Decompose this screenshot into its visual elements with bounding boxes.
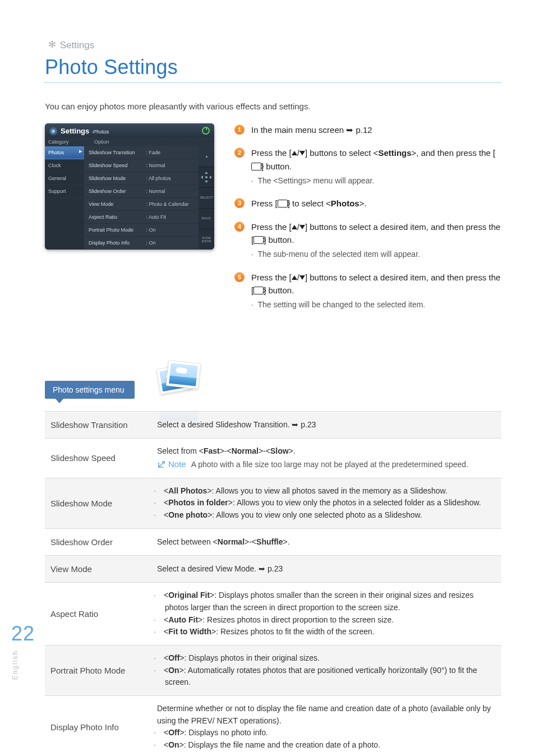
- settings-row: Slideshow TransitionSelect a desired Sli…: [45, 412, 501, 439]
- side-back-label: BACK: [202, 216, 211, 220]
- device-screenshot: Settings -Photos Category Option PhotosC…: [45, 123, 214, 250]
- device-cat-support: Support: [45, 185, 84, 198]
- step-5: 5 Press the [/] buttons to select a desi…: [234, 271, 501, 311]
- device-opt-row: View Mode: Photo & Calendar: [84, 198, 199, 211]
- settings-row-key: Portrait Photo Mode: [45, 646, 151, 696]
- intro-text: You can enjoy photos more pleasantly wit…: [45, 102, 501, 111]
- settings-row: Aspect Ratio·<Original Fit>: Displays ph…: [45, 583, 501, 646]
- settings-row: Portrait Photo Mode·<Off>: Displays phot…: [45, 646, 501, 696]
- triangle-down-icon: [299, 151, 305, 155]
- device-opt-row: Slideshow Order: Normal: [84, 185, 199, 198]
- settings-row-key: Slideshow Order: [45, 528, 151, 555]
- device-cat-photos: Photos: [45, 146, 84, 159]
- settings-row-key: Slideshow Mode: [45, 478, 151, 528]
- step-2-sub: · The <Settings> menu will appear.: [251, 175, 501, 187]
- settings-row-value: Select a desired Slideshow Transition. ➥…: [151, 412, 501, 439]
- step-number-3: 3: [234, 198, 245, 208]
- dpad-icon: [201, 172, 212, 183]
- device-opt-row: Slideshow Transition: Fade: [84, 146, 199, 159]
- step-number-5: 5: [234, 272, 245, 282]
- step-1-text: In the main menu screen ➥ p.12: [251, 125, 372, 135]
- note-icon: [157, 460, 166, 469]
- page-number: 22: [11, 622, 35, 646]
- device-opt-row: Slideshow Mode: All photos: [84, 172, 199, 185]
- device-title: Settings: [61, 127, 89, 135]
- settings-row-key: Slideshow Speed: [45, 439, 151, 478]
- device-side-controls: SELECT BACK SLIDESHOW: [199, 146, 214, 250]
- step-number-1: 1: [234, 125, 245, 135]
- settings-row: Slideshow Mode·<All Photos>: Allows you …: [45, 478, 501, 528]
- section-heading: Photo settings menu: [45, 355, 501, 405]
- section-tab: Photo settings menu: [45, 381, 135, 399]
- device-category-list: PhotosClockGeneralSupport: [45, 146, 84, 250]
- settings-row-value: Select from <Fast>-<Normal>-<Slow>.Note …: [151, 439, 501, 478]
- device-subtitle: -Photos: [91, 129, 109, 135]
- device-opt-row: Portrait Photo Mode: On: [84, 224, 199, 237]
- device-opt-row: Display Photo Info: On: [84, 237, 199, 250]
- settings-row-value: ·<All Photos>: Allows you to view all ph…: [151, 478, 501, 528]
- triangle-up-icon: [292, 225, 297, 229]
- settings-row-value: Determine whether or not to display the …: [151, 696, 501, 756]
- triangle-down-icon: [299, 225, 305, 229]
- power-icon: [202, 127, 210, 135]
- step-number-2: 2: [234, 147, 245, 158]
- device-cat-general: General: [45, 172, 84, 185]
- step-3: 3 Press [] to select <Photos>.: [234, 197, 501, 210]
- page-title: Photo Settings: [45, 56, 501, 79]
- enter-icon: [253, 287, 264, 294]
- step-4-sub: · The sub-menu of the selected item will…: [251, 248, 501, 261]
- steps-list: 1 In the main menu screen ➥ p.12 2 Press…: [234, 123, 501, 321]
- step-number-4: 4: [234, 222, 245, 232]
- page-language: English: [11, 650, 19, 680]
- photo-thumbnail-icon: [156, 362, 203, 409]
- breadcrumb: ✻ Settings: [45, 39, 501, 51]
- triangle-up-icon: [292, 275, 297, 280]
- page-margin: 22 English: [11, 622, 35, 680]
- settings-table: Slideshow TransitionSelect a desired Sli…: [45, 411, 501, 756]
- settings-row: Slideshow SpeedSelect from <Fast>-<Norma…: [45, 439, 501, 478]
- triangle-down-icon: [299, 275, 305, 280]
- settings-row: View ModeSelect a desired View Mode. ➥ p…: [45, 556, 501, 583]
- breadcrumb-text: Settings: [60, 40, 94, 50]
- settings-row-value: ·<Off>: Displays photos in their origina…: [151, 646, 501, 696]
- device-head-category: Category: [45, 137, 91, 146]
- device-option-list: Slideshow Transition: FadeSlideshow Spee…: [84, 146, 199, 250]
- settings-row-key: Aspect Ratio: [45, 583, 151, 646]
- settings-row-key: Slideshow Transition: [45, 412, 151, 439]
- step-2: 2 Press the [/] buttons to select <Setti…: [234, 146, 501, 187]
- device-opt-row: Aspect Ratio: Auto Fit: [84, 211, 199, 224]
- enter-icon: [278, 200, 288, 208]
- settings-row-value: Select a desired View Mode. ➥ p.23: [151, 556, 501, 583]
- enter-icon: [251, 163, 261, 170]
- settings-row-key: View Mode: [45, 556, 151, 583]
- divider-dotted: [45, 82, 501, 84]
- triangle-up-icon: [292, 151, 297, 155]
- settings-row-key: Display Photo Info: [45, 696, 151, 756]
- side-slideshow-label: SLIDESHOW: [201, 236, 211, 243]
- settings-row-value: Select between <Normal>-<Shuffle>.: [151, 528, 501, 555]
- settings-row: Display Photo InfoDetermine whether or n…: [45, 696, 501, 756]
- device-cat-clock: Clock: [45, 159, 84, 172]
- step-4: 4 Press the [/] buttons to select a desi…: [234, 220, 501, 261]
- device-opt-row: Slideshow Speed: Normal: [84, 159, 199, 172]
- step-1: 1 In the main menu screen ➥ p.12: [234, 123, 501, 136]
- settings-row-value: ·<Original Fit>: Displays photos smaller…: [151, 583, 501, 646]
- settings-row: Slideshow OrderSelect between <Normal>-<…: [45, 528, 501, 555]
- side-select-label: SELECT: [200, 196, 213, 200]
- device-head-option: Option: [91, 137, 214, 146]
- step-5-sub: · The setting will be changed to the sel…: [251, 299, 501, 311]
- gear-icon: [49, 127, 57, 135]
- enter-icon: [253, 236, 264, 244]
